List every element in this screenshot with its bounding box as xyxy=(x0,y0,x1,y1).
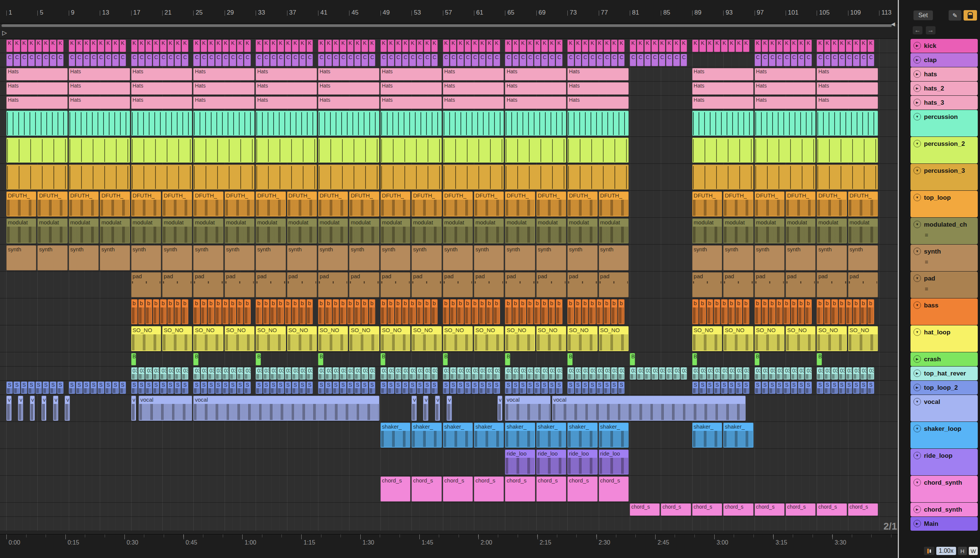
clip-hats[interactable]: Hats xyxy=(381,68,442,80)
fold-down-icon[interactable]: ▼ xyxy=(913,274,921,282)
clip-kick[interactable]: K xyxy=(7,39,13,52)
width-zoom-button[interactable]: W xyxy=(969,547,978,555)
clip-pad[interactable]: pad xyxy=(318,272,348,297)
clip-top_loop_2[interactable]: S xyxy=(589,381,596,394)
clip-hats[interactable]: Hats xyxy=(443,68,504,80)
clip-bass[interactable]: b xyxy=(465,299,471,324)
clip-top_hat_rever[interactable]: 03 xyxy=(512,367,519,380)
clip-crash[interactable]: B xyxy=(443,353,448,365)
clip-clap[interactable]: C xyxy=(424,54,430,66)
clip-top_hat_rever[interactable]: 03 xyxy=(651,367,658,380)
clip-crash[interactable]: B xyxy=(568,353,573,365)
clip-kick[interactable]: K xyxy=(736,39,742,52)
clip-top_loop_2[interactable]: S xyxy=(582,381,588,394)
clip-chord_synth[interactable]: chord_s xyxy=(443,476,473,502)
lane-percussion[interactable] xyxy=(0,110,898,137)
clip-top_loop_2[interactable]: S xyxy=(90,381,97,394)
clip-top_hat_rever[interactable]: 03 xyxy=(541,367,548,380)
clip-clap[interactable]: C xyxy=(388,54,394,66)
clip-kick[interactable]: K xyxy=(369,39,375,52)
clip-bass[interactable]: b xyxy=(256,299,262,324)
clip-bass[interactable]: b xyxy=(762,299,768,324)
clip-kick[interactable]: K xyxy=(333,39,339,52)
clip-bass[interactable]: b xyxy=(417,299,423,324)
clip-top_hat_rever[interactable]: 03 xyxy=(354,367,361,380)
clip-top_hat_rever[interactable]: 03 xyxy=(175,367,181,380)
clip-top_hat_rever[interactable]: 03 xyxy=(505,367,511,380)
clip-bass[interactable]: b xyxy=(575,299,581,324)
lane-synth[interactable]: synthsynthsynthsynthsynthsynthsynthsynth… xyxy=(0,245,898,271)
clip-clap[interactable]: C xyxy=(637,54,643,66)
play-circle-icon[interactable]: ▶ xyxy=(913,355,921,363)
clip-kick[interactable]: K xyxy=(417,39,423,52)
clip-clap[interactable]: C xyxy=(505,54,511,66)
clip-top_hat_rever[interactable]: 03 xyxy=(816,367,823,380)
lane-top_loop[interactable]: DFUTH_DFUTH_DFUTH_DFUTH_DFUTH_DFUTH_DFUT… xyxy=(0,191,898,218)
clip-modulated_ch[interactable]: modulat xyxy=(537,218,566,243)
clip-top_loop_2[interactable]: S xyxy=(7,381,13,394)
track-header-modulated_ch[interactable]: ▼modulated_ch≡ xyxy=(910,218,978,244)
clip-vocal[interactable]: v xyxy=(447,396,452,421)
fold-down-icon[interactable]: ▼ xyxy=(913,398,921,405)
clip-top_loop_2[interactable]: S xyxy=(98,381,104,394)
clip-top_loop_2[interactable]: S xyxy=(388,381,394,394)
clip-kick[interactable]: K xyxy=(754,39,761,52)
clip-bass[interactable]: b xyxy=(798,299,804,324)
clip-top_hat_rever[interactable]: 03 xyxy=(263,367,270,380)
clip-top_loop_2[interactable]: S xyxy=(50,381,56,394)
track-header-hats[interactable]: ▶hats xyxy=(910,67,978,81)
clip-chord_synth[interactable]: chord_s xyxy=(568,476,597,502)
lane-chord_synth_2[interactable]: chord_schord_schord_schord_schord_schord… xyxy=(0,503,898,517)
clip-top_loop[interactable]: DFUTH_ xyxy=(100,192,130,217)
clip-bass[interactable]: b xyxy=(153,299,159,324)
clip-kick[interactable]: K xyxy=(824,39,831,52)
clip-clap[interactable]: C xyxy=(853,54,859,66)
clip-bass[interactable]: b xyxy=(512,299,519,324)
clip-top_hat_rever[interactable]: 03 xyxy=(754,367,761,380)
clip-bass[interactable]: b xyxy=(824,299,831,324)
clip-kick[interactable]: K xyxy=(816,39,823,52)
clip-top_hat_rever[interactable]: 03 xyxy=(325,367,332,380)
clip-clap[interactable]: C xyxy=(861,54,867,66)
clip-bass[interactable]: b xyxy=(791,299,797,324)
clip-bass[interactable]: b xyxy=(277,299,284,324)
clip-clap[interactable]: C xyxy=(83,54,90,66)
track-header-top_hat_rever[interactable]: ▶top_hat_rever xyxy=(910,366,978,380)
clip-chord_synth_2[interactable]: chord_s xyxy=(630,504,660,516)
lane-hats_2[interactable]: HatsHatsHatsHatsHatsHatsHatsHatsHatsHats… xyxy=(0,82,898,96)
clip-clap[interactable]: C xyxy=(43,54,49,66)
clip-kick[interactable]: K xyxy=(743,39,749,52)
clip-vocal[interactable]: v xyxy=(30,396,35,421)
clip-top_loop_2[interactable]: S xyxy=(299,381,306,394)
clip-bass[interactable]: b xyxy=(325,299,332,324)
clip-bass[interactable]: b xyxy=(486,299,492,324)
clip-top_loop_2[interactable]: S xyxy=(604,381,610,394)
clip-percussion_2[interactable] xyxy=(256,138,317,163)
clip-kick[interactable]: K xyxy=(223,39,229,52)
clip-hats_2[interactable]: Hats xyxy=(443,82,504,95)
clip-chord_synth_2[interactable]: chord_s xyxy=(692,504,722,516)
clip-shaker_loop[interactable]: shaker_ xyxy=(505,423,535,448)
clip-pad[interactable]: pad xyxy=(785,272,816,297)
clip-clap[interactable]: C xyxy=(369,54,375,66)
clip-kick[interactable]: K xyxy=(244,39,250,52)
play-circle-icon[interactable]: ▶ xyxy=(913,505,921,513)
clip-bass[interactable]: b xyxy=(388,299,394,324)
clip-top_hat_rever[interactable]: 03 xyxy=(673,367,679,380)
clip-top_loop_2[interactable]: S xyxy=(193,381,200,394)
clip-synth[interactable]: synth xyxy=(287,245,317,271)
clip-kick[interactable]: K xyxy=(90,39,97,52)
clip-top_hat_rever[interactable]: 03 xyxy=(681,367,687,380)
clip-kick[interactable]: K xyxy=(839,39,845,52)
clip-top_loop_2[interactable]: S xyxy=(457,381,463,394)
clip-kick[interactable]: K xyxy=(589,39,596,52)
clip-top_hat_rever[interactable]: 03 xyxy=(388,367,394,380)
clip-hat_loop[interactable]: SO_NO xyxy=(131,326,161,351)
clip-clap[interactable]: C xyxy=(409,54,416,66)
clip-kick[interactable]: K xyxy=(153,39,159,52)
clip-kick[interactable]: K xyxy=(450,39,456,52)
clip-chord_synth[interactable]: chord_s xyxy=(537,476,566,502)
clip-chord_synth_2[interactable]: chord_s xyxy=(785,504,816,516)
clip-bass[interactable]: b xyxy=(692,299,699,324)
clip-percussion_3[interactable] xyxy=(131,164,193,190)
